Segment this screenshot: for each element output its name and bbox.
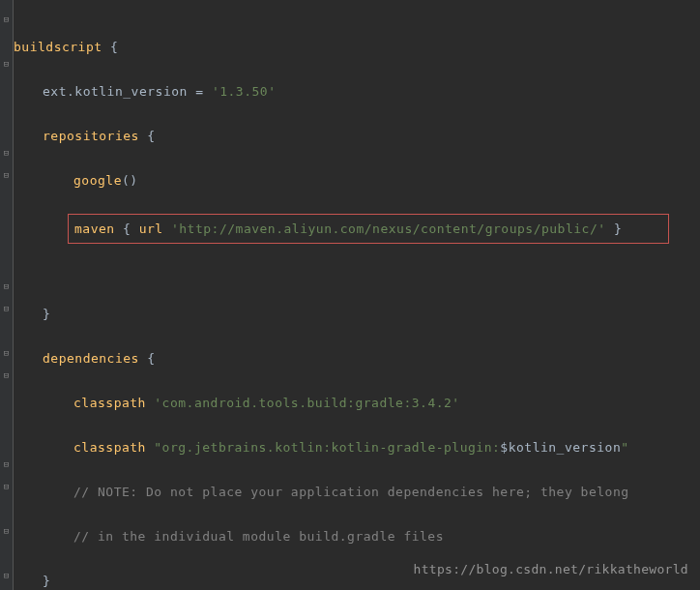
token-buildscript: buildscript (14, 40, 102, 54)
code-line: google() (14, 169, 700, 192)
fold-icon[interactable]: ⊟ (1, 482, 12, 492)
fold-icon[interactable]: ⊟ (1, 526, 12, 537)
gutter: ⊟ ⊟ ⊟ ⊟ ⊟ ⊟ ⊟ ⊟ ⊟ ⊟ ⊟ ⊟ (0, 0, 14, 590)
fold-icon[interactable]: ⊟ (1, 15, 12, 25)
fold-icon[interactable]: ⊟ (1, 370, 12, 381)
fold-icon[interactable]: ⊟ (1, 304, 12, 314)
fold-icon[interactable]: ⊟ (1, 348, 12, 359)
code-line: classpath "org.jetbrains.kotlin:kotlin-g… (14, 436, 700, 458)
fold-icon[interactable]: ⊟ (1, 281, 12, 292)
code-line: // in the individual module build.gradle… (14, 525, 700, 547)
fold-icon[interactable]: ⊟ (1, 59, 12, 70)
fold-icon[interactable]: ⊟ (1, 459, 12, 470)
code-line: // NOTE: Do not place your application d… (14, 481, 700, 503)
code-line: } (14, 303, 700, 325)
fold-icon[interactable]: ⊟ (1, 148, 12, 159)
code-editor[interactable]: buildscript { ext.kotlin_version = '1.3.… (0, 0, 700, 590)
code-line: dependencies { (14, 347, 700, 369)
watermark-text: https://blog.csdn.net/rikkatheworld (414, 562, 688, 576)
highlighted-maven-line: maven { url 'http://maven.aliyun.com/nex… (68, 214, 669, 244)
code-line: buildscript { (14, 36, 700, 58)
code-line (14, 258, 700, 280)
code-line: repositories { (14, 125, 700, 147)
fold-icon[interactable]: ⊟ (1, 571, 12, 581)
code-line: maven { url 'http://maven.aliyun.com/nex… (14, 214, 700, 236)
code-line: classpath 'com.android.tools.build:gradl… (14, 392, 700, 414)
code-line: ext.kotlin_version = '1.3.50' (14, 80, 700, 103)
fold-icon[interactable]: ⊟ (1, 170, 12, 181)
